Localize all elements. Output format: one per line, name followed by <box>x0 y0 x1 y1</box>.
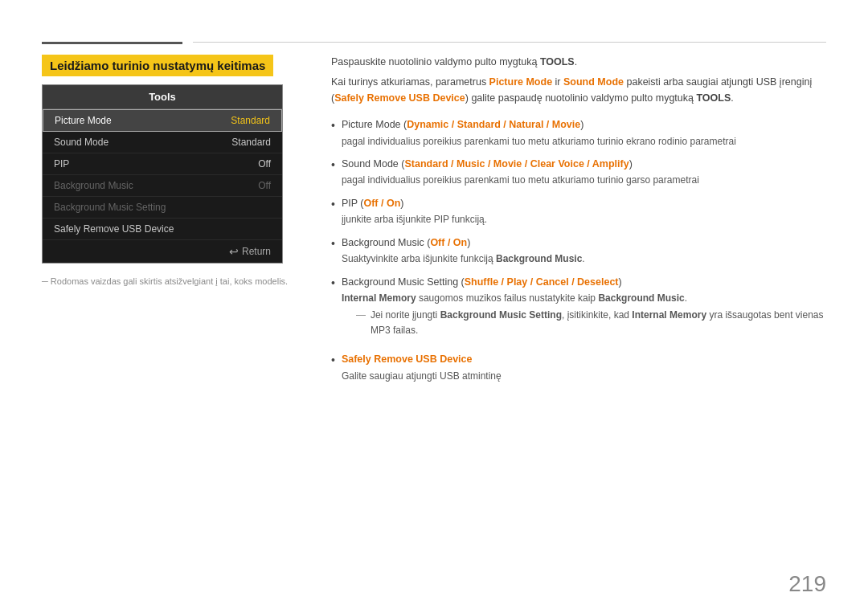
bullet-content: Background Music (Off / On) Suaktyvinkit… <box>342 235 826 267</box>
bullet-content: Sound Mode (Standard / Music / Movie / C… <box>342 157 826 188</box>
tools-item-picture-mode[interactable]: Picture Mode Standard <box>43 109 282 132</box>
bg-music-sub-before: Suaktyvinkite arba išjunkite funkciją <box>342 253 496 264</box>
bullet-title: PIP (Off / On) <box>342 196 826 211</box>
footnote: Rodomas vaizdas gali skirtis atsižvelgia… <box>42 276 299 286</box>
list-item: • PIP (Off / On) įjunkite arba išjunkite… <box>331 196 826 227</box>
top-line-right <box>193 42 826 43</box>
bullet-sub: pagal individualius poreikius parenkami … <box>342 134 826 149</box>
intro2-before: Kai turinys atkuriamas, parametrus <box>331 76 489 88</box>
bullet-sub: Galite saugiau atjungti USB atmintinę <box>342 369 826 384</box>
bullet2-before: Sound Mode ( <box>342 158 405 170</box>
intro2-bold1: Picture Mode <box>489 76 553 88</box>
tools-footer: ↩ Return <box>43 240 282 263</box>
intro2-link: Safely Remove USB Device <box>334 92 465 104</box>
bullet-sub: pagal individualius poreikius parenkami … <box>342 173 826 188</box>
bullet-sub: Suaktyvinkite arba išjunkite funkciją Ba… <box>342 251 826 267</box>
list-item: • Sound Mode (Standard / Music / Movie /… <box>331 157 826 188</box>
bullet-dot: • <box>331 353 335 369</box>
bg-music-label: Background Music <box>54 180 133 191</box>
bullet-title: Background Music Setting (Shuffle / Play… <box>342 275 826 290</box>
intro1-bold: TOOLS <box>540 56 575 67</box>
bg-music-sub-after: . <box>582 253 584 264</box>
list-item: • Picture Mode (Dynamic / Standard / Nat… <box>331 117 826 149</box>
intro2-end: ) galite paspaudę nuotolinio valdymo pul… <box>465 92 697 104</box>
bullet1-bold: Dynamic / Standard / Natural / Movie <box>407 119 580 130</box>
intro1-text: Paspauskite nuotolinio valdymo pulto myg… <box>331 56 540 67</box>
bullet-title: Safely Remove USB Device <box>342 352 826 367</box>
return-arrow-icon: ↩ <box>229 245 239 258</box>
tools-item-bg-music[interactable]: Background Music Off <box>43 175 282 197</box>
bg-setting-sub-part2: saugomos muzikos failus nustatykite kaip <box>416 292 599 304</box>
list-item: • Safely Remove USB Device Galite saugia… <box>331 352 826 383</box>
bullet3-bold: Off / On <box>363 198 400 209</box>
top-line-left <box>42 42 182 44</box>
note-bold1: Background Music Setting <box>440 309 562 321</box>
bullet-list: • Picture Mode (Dynamic / Standard / Nat… <box>331 117 826 383</box>
bullet3-before: PIP ( <box>342 198 364 209</box>
note-bold2: Internal Memory <box>632 309 706 321</box>
sound-mode-value: Standard <box>231 137 271 148</box>
bullet-content: Safely Remove USB Device Galite saugiau … <box>342 352 826 383</box>
tools-item-bg-music-setting[interactable]: Background Music Setting <box>43 197 282 219</box>
note-dash: — <box>356 308 366 323</box>
bullet5-after: ) <box>619 276 622 288</box>
bullet4-after: ) <box>467 237 470 248</box>
sound-mode-label: Sound Mode <box>54 137 108 148</box>
bullet-content: Picture Mode (Dynamic / Standard / Natur… <box>342 117 826 149</box>
bullet4-before: Background Music ( <box>342 237 430 248</box>
note-before: Jei norite įjungti <box>371 309 440 321</box>
safely-remove-title: Safely Remove USB Device <box>342 353 473 365</box>
bullet5-bold: Shuffle / Play / Cancel / Deselect <box>465 276 619 288</box>
note-line: — Jei norite įjungti Background Music Se… <box>342 308 826 337</box>
intro-paragraph-1: Paspauskite nuotolinio valdymo pulto myg… <box>331 55 826 70</box>
list-item: • Background Music Setting (Shuffle / Pl… <box>331 275 826 344</box>
bullet5-before: Background Music Setting ( <box>342 276 465 288</box>
bg-music-setting-ref: Background Music <box>598 292 684 304</box>
bullet-title: Background Music (Off / On) <box>342 235 826 251</box>
bullet-title: Picture Mode (Dynamic / Standard / Natur… <box>342 117 826 133</box>
bullet1-before: Picture Mode ( <box>342 119 407 130</box>
bg-music-sub-bold: Background Music <box>496 253 582 264</box>
bullet1-after: ) <box>580 119 583 130</box>
bullet3-after: ) <box>400 198 403 209</box>
note-text: Jei norite įjungti Background Music Sett… <box>371 308 826 337</box>
main-content: Leidžiamo turinio nustatymų keitimas Too… <box>42 55 826 571</box>
tools-menu: Tools Picture Mode Standard Sound Mode S… <box>42 84 283 264</box>
tools-item-pip[interactable]: PIP Off <box>43 153 282 175</box>
bullet-dot: • <box>331 276 335 292</box>
bullet-dot: • <box>331 118 335 134</box>
bullet2-bold: Standard / Music / Movie / Clear Voice /… <box>404 158 628 170</box>
intro-paragraph-2: Kai turinys atkuriamas, parametrus Pictu… <box>331 75 826 106</box>
intro2-end-bold: TOOLS <box>696 92 731 104</box>
bullet-dot: • <box>331 157 335 174</box>
bg-music-setting-label: Background Music Setting <box>54 202 166 213</box>
right-column: Paspauskite nuotolinio valdymo pulto myg… <box>331 55 826 571</box>
page-title: Leidžiamo turinio nustatymų keitimas <box>42 55 273 76</box>
list-item: • Background Music (Off / On) Suaktyvink… <box>331 235 826 267</box>
bullet-content: PIP (Off / On) įjunkite arba išjunkite P… <box>342 196 826 227</box>
bullet2-after: ) <box>629 158 633 170</box>
intro2-bold2: Sound Mode <box>563 76 624 88</box>
intro2-dot: . <box>731 92 733 104</box>
bullet4-bold: Off / On <box>430 237 467 248</box>
tools-item-sound-mode[interactable]: Sound Mode Standard <box>43 132 282 153</box>
internal-memory-label: Internal Memory <box>342 292 416 304</box>
bullet-title: Sound Mode (Standard / Music / Movie / C… <box>342 157 826 172</box>
tools-header: Tools <box>43 85 282 109</box>
tools-item-safely-remove[interactable]: Safely Remove USB Device <box>43 219 282 240</box>
bullet-sub: Internal Memory saugomos muzikos failus … <box>342 291 826 306</box>
bullet-dot: • <box>331 236 335 252</box>
page-number: 219 <box>788 571 826 597</box>
bullet-dot: • <box>331 197 335 213</box>
bullet-content: Background Music Setting (Shuffle / Play… <box>342 275 826 344</box>
bg-music-value: Off <box>258 180 271 191</box>
safely-remove-label: Safely Remove USB Device <box>54 223 174 235</box>
picture-mode-value: Standard <box>231 115 270 126</box>
return-label: Return <box>242 246 271 257</box>
pip-label: PIP <box>54 158 69 170</box>
pip-value: Off <box>258 158 271 170</box>
note-middle: , įsitikinkite, kad <box>562 309 632 321</box>
bullet-sub: įjunkite arba išjunkite PIP funkciją. <box>342 212 826 227</box>
left-column: Leidžiamo turinio nustatymų keitimas Too… <box>42 55 299 571</box>
intro2-middle: ir <box>552 76 563 88</box>
